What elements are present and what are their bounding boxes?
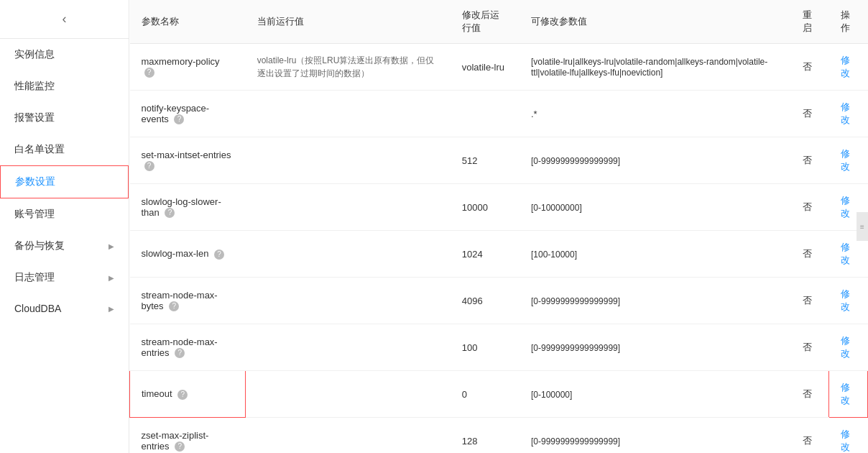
edit-button[interactable]: 修改 [841, 335, 850, 359]
param-action-cell: 修改 [829, 91, 868, 137]
help-icon[interactable]: ? [144, 68, 154, 78]
col-header-action: 操作 [829, 0, 868, 44]
param-action-cell-timeout: 修改 [829, 371, 868, 418]
sidebar: ‹ 实例信息 性能监控 报警设置 白名单设置 参数设置 账号管理 备份与恢复 ▶… [0, 0, 129, 453]
param-desc-cell [246, 324, 451, 371]
sidebar-item-perf-monitor[interactable]: 性能监控 [0, 70, 129, 102]
param-range-cell: [volatile-lru|allkeys-lru|volatile-rando… [520, 44, 791, 91]
sidebar-item-alert-settings[interactable]: 报警设置 [0, 102, 129, 134]
param-name-cell: notify-keyspace-events ? [130, 91, 246, 137]
param-desc-cell [246, 231, 451, 278]
param-range-cell: [0-9999999999999999] [520, 418, 791, 454]
sidebar-item-param-settings[interactable]: 参数设置 [0, 165, 129, 198]
table-header-row: 参数名称 当前运行值 修改后运行值 可修改参数值 重启 操作 [130, 0, 868, 44]
param-restart-cell: 否 [791, 137, 829, 184]
main-content: 参数名称 当前运行值 修改后运行值 可修改参数值 重启 操作 maxmemory… [129, 0, 868, 453]
param-range-cell: [0-9999999999999999] [520, 137, 791, 184]
param-current-cell: 512 [451, 137, 520, 184]
table-row-timeout: timeout ? 0 [0-100000] 否 修改 [130, 371, 868, 418]
sidebar-item-whitelist[interactable]: 白名单设置 [0, 134, 129, 165]
param-action-cell: 修改 [829, 324, 868, 371]
table-row: maxmemory-policy ? volatile-lru（按照LRU算法逐… [130, 44, 868, 91]
param-current-cell: 0 [451, 371, 520, 418]
edit-button[interactable]: 修改 [841, 195, 850, 219]
param-name-cell-timeout: timeout ? [130, 371, 246, 418]
param-current-cell: 10000 [451, 184, 520, 231]
param-restart-cell: 否 [791, 371, 829, 418]
edit-button[interactable]: 修改 [841, 288, 850, 312]
col-header-modified: 修改后运行值 [451, 0, 520, 44]
param-current-cell: 4096 [451, 278, 520, 324]
param-name-cell: slowlog-log-slower-than ? [130, 184, 246, 231]
sidebar-item-cloud-dba[interactable]: CloudDBA ▶ [0, 293, 129, 324]
param-desc-cell [246, 278, 451, 324]
sidebar-item-backup-restore[interactable]: 备份与恢复 ▶ [0, 230, 129, 262]
param-restart-cell: 否 [791, 91, 829, 137]
sidebar-item-log-mgmt[interactable]: 日志管理 ▶ [0, 262, 129, 293]
table-row: stream-node-max-entries ? 100 [0-9999999… [130, 324, 868, 371]
help-icon[interactable]: ? [165, 208, 175, 218]
help-icon[interactable]: ? [175, 348, 185, 358]
col-header-range: 可修改参数值 [520, 0, 791, 44]
help-icon[interactable]: ? [177, 390, 188, 400]
param-desc-cell: volatile-lru（按照LRU算法逐出原有数据，但仅逐出设置了过期时间的数… [246, 44, 451, 91]
param-name-cell: zset-max-ziplist-entries ? [130, 418, 246, 454]
param-action-cell: 修改 [829, 418, 868, 454]
col-header-restart: 重启 [791, 0, 829, 44]
param-action-cell: 修改 [829, 278, 868, 324]
param-restart-cell: 否 [791, 231, 829, 278]
sidebar-item-account-mgmt[interactable]: 账号管理 [0, 198, 129, 230]
param-restart-cell: 否 [791, 324, 829, 371]
sidebar-item-instance-info[interactable]: 实例信息 [0, 39, 129, 70]
param-current-cell [451, 91, 520, 137]
help-icon[interactable]: ? [175, 441, 185, 452]
param-restart-cell: 否 [791, 44, 829, 91]
param-range-cell: .* [520, 91, 791, 137]
table-row: set-max-intset-entries ? 512 [0-99999999… [130, 137, 868, 184]
param-action-cell: 修改 [829, 137, 868, 184]
sidebar-collapse-handle[interactable]: ≡ [857, 212, 868, 241]
params-table-wrapper: 参数名称 当前运行值 修改后运行值 可修改参数值 重启 操作 maxmemory… [129, 0, 868, 453]
help-icon[interactable]: ? [169, 301, 179, 311]
param-desc-cell [246, 137, 451, 184]
edit-button[interactable]: 修改 [841, 242, 850, 265]
param-range-cell: [0-100000] [520, 371, 791, 418]
col-header-name: 参数名称 [130, 0, 246, 44]
param-restart-cell: 否 [791, 418, 829, 454]
param-name-cell: slowlog-max-len ? [130, 231, 246, 278]
chevron-right-icon: ▶ [108, 242, 114, 250]
param-restart-cell: 否 [791, 184, 829, 231]
table-row: zset-max-ziplist-entries ? 128 [0-999999… [130, 418, 868, 454]
table-row: slowlog-log-slower-than ? 10000 [0-10000… [130, 184, 868, 231]
edit-button[interactable]: 修改 [841, 429, 850, 452]
param-desc-cell [246, 184, 451, 231]
chevron-right-icon: ▶ [108, 305, 114, 313]
param-name-cell: maxmemory-policy ? [130, 44, 246, 91]
edit-button[interactable]: 修改 [841, 55, 850, 78]
help-icon[interactable]: ? [144, 161, 154, 171]
help-icon[interactable]: ? [214, 250, 224, 260]
param-name-cell: set-max-intset-entries ? [130, 137, 246, 184]
param-restart-cell: 否 [791, 278, 829, 324]
table-row: stream-node-max-bytes ? 4096 [0-99999999… [130, 278, 868, 324]
back-button[interactable]: ‹ [0, 0, 129, 39]
sidebar-menu: 实例信息 性能监控 报警设置 白名单设置 参数设置 账号管理 备份与恢复 ▶ 日… [0, 39, 129, 453]
param-name-cell: stream-node-max-bytes ? [130, 278, 246, 324]
param-name-cell: stream-node-max-entries ? [130, 324, 246, 371]
param-range-cell: [0-9999999999999999] [520, 324, 791, 371]
edit-button-timeout[interactable]: 修改 [841, 382, 850, 406]
param-range-cell: [100-10000] [520, 231, 791, 278]
param-desc-cell [246, 91, 451, 137]
col-header-current: 当前运行值 [246, 0, 451, 44]
param-current-cell: 128 [451, 418, 520, 454]
param-desc-cell [246, 371, 451, 418]
param-range-cell: [0-9999999999999999] [520, 278, 791, 324]
chevron-right-icon: ▶ [108, 274, 114, 282]
edit-button[interactable]: 修改 [841, 148, 850, 172]
help-icon[interactable]: ? [174, 114, 184, 124]
param-range-cell: [0-10000000] [520, 184, 791, 231]
param-desc-cell [246, 418, 451, 454]
param-current-cell: 1024 [451, 231, 520, 278]
edit-button[interactable]: 修改 [841, 101, 850, 125]
back-arrow-icon: ‹ [63, 12, 67, 27]
